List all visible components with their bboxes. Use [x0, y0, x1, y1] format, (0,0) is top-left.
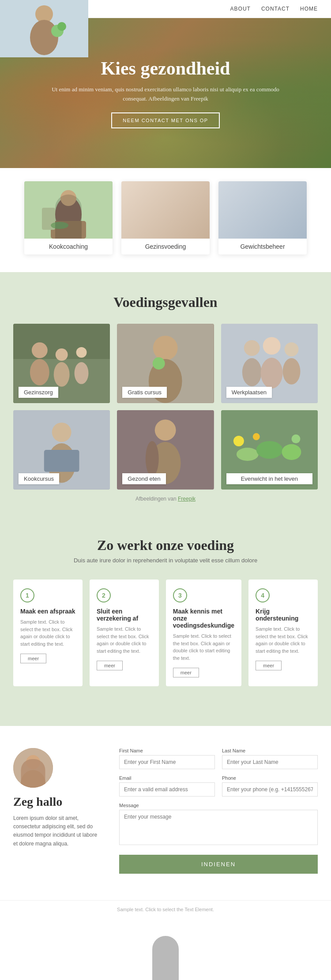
footer-note: Sample text. Click to select the Text El… — [0, 900, 331, 918]
message-group: Message — [119, 803, 318, 845]
svg-point-28 — [153, 336, 178, 360]
svg-rect-3 — [51, 221, 86, 239]
service-image-weight — [218, 181, 307, 239]
how-subtitle: Duis aute irure dolor in reprehenderit i… — [13, 557, 318, 564]
svg-point-55 — [21, 770, 45, 788]
svg-point-47 — [237, 448, 259, 461]
contact-left: Zeg hallo Lorem ipsum dolor sit amet, co… — [13, 748, 102, 874]
email-group: Email — [119, 775, 215, 797]
hero-title: Kies gezondheid — [51, 58, 280, 79]
how-step-3: 3 Maak kennis met onze voedingsdeskundig… — [166, 580, 241, 686]
service-label-weight: Gewichtsbeheer — [218, 239, 307, 254]
svg-rect-0 — [24, 181, 113, 239]
hero-content: Kies gezondheid Ut enim ad minim veniam,… — [51, 58, 280, 128]
case-card-1: Gezinszorg — [13, 324, 110, 403]
last-name-label: Last Name — [222, 748, 318, 753]
how-title: Zo werkt onze voeding — [13, 537, 318, 554]
how-number-2: 2 — [97, 588, 111, 602]
svg-point-30 — [153, 357, 165, 370]
contact-description: Lorem ipsum dolor sit amet, consectetur … — [13, 814, 102, 848]
svg-point-48 — [256, 441, 282, 459]
phone-input[interactable] — [222, 782, 318, 797]
contact-form: First Name Last Name Email Phone Message… — [119, 748, 318, 874]
svg-point-36 — [284, 342, 298, 356]
how-meer-btn-2[interactable]: meer — [97, 661, 123, 670]
svg-point-53 — [13, 748, 53, 788]
freepik-note: Afbeeldingen van Freepik — [13, 496, 318, 502]
service-image-cooking — [24, 181, 113, 239]
how-step-title-4: Krijg ondersteuning — [256, 608, 311, 622]
last-name-group: Last Name — [222, 748, 318, 769]
last-name-input[interactable] — [222, 755, 318, 769]
services-section: Kookcoaching Gezinsvoeding — [0, 168, 331, 272]
how-meer-btn-1[interactable]: meer — [20, 654, 46, 663]
freepik-link[interactable]: Freepik — [178, 496, 196, 502]
case-card-4: Kookcursus — [13, 410, 110, 490]
contact-section: Zeg hallo Lorem ipsum dolor sit amet, co… — [0, 726, 331, 900]
how-step-text-3: Sample text. Click to select the text bo… — [173, 632, 234, 662]
svg-point-32 — [244, 340, 260, 356]
svg-point-43 — [155, 419, 176, 441]
case-card-6: Evenwicht in het leven — [221, 410, 318, 490]
message-label: Message — [119, 803, 318, 808]
svg-point-35 — [260, 358, 282, 389]
first-name-group: First Name — [119, 748, 215, 769]
svg-rect-41 — [44, 450, 79, 472]
case-card-2: Gratis cursus — [117, 324, 214, 403]
case-label-2: Gratis cursus — [122, 387, 167, 398]
how-step-title-1: Maak een afspraak — [20, 608, 75, 615]
how-meer-btn-4[interactable]: meer — [256, 661, 282, 670]
how-number-1: 1 — [20, 588, 34, 602]
svg-point-25 — [76, 347, 87, 358]
message-input[interactable] — [119, 810, 318, 845]
svg-point-2 — [60, 190, 76, 206]
how-step-title-2: Sluit een verzekering af — [97, 608, 152, 622]
how-step-text-1: Sample text. Click to select the text bo… — [20, 618, 75, 647]
hero-description: Ut enim ad minim veniam, quis nostrud ex… — [51, 85, 280, 104]
phone-label: Phone — [222, 775, 318, 781]
case-label-6: Evenwicht in het leven — [226, 473, 312, 484]
first-name-input[interactable] — [119, 755, 215, 769]
service-card-family: Gezinsvoeding — [121, 181, 210, 254]
submit-button[interactable]: INDIENEN — [119, 855, 318, 874]
svg-point-37 — [282, 358, 300, 385]
service-card-cooking: Kookcoaching — [24, 181, 113, 254]
svg-point-52 — [291, 434, 300, 443]
svg-point-49 — [282, 444, 301, 460]
svg-point-26 — [75, 362, 89, 384]
svg-point-51 — [252, 433, 260, 440]
how-meer-btn-3[interactable]: meer — [173, 668, 199, 677]
email-phone-row: Email Phone — [119, 775, 318, 797]
how-step-text-2: Sample text. Click to select the text bo… — [97, 625, 152, 655]
svg-point-34 — [263, 337, 280, 355]
svg-point-45 — [146, 441, 159, 476]
how-step-2: 2 Sluit een verzekering af Sample text. … — [90, 580, 159, 686]
nav-links: ABOUT CONTACT HOME — [230, 6, 318, 12]
cases-title: Voedingsgevallen — [13, 294, 318, 310]
how-number-3: 3 — [173, 588, 187, 602]
nav-home[interactable]: HOME — [300, 6, 318, 12]
case-label-1: Gezinszorg — [19, 387, 58, 398]
svg-point-50 — [233, 436, 244, 446]
name-row: First Name Last Name — [119, 748, 318, 769]
contact-greeting: Zeg hallo — [13, 795, 102, 809]
how-step-title-3: Maak kennis met onze voedingsdeskundige — [173, 608, 234, 629]
svg-point-33 — [242, 358, 262, 386]
svg-point-21 — [32, 342, 48, 358]
first-name-label: First Name — [119, 748, 215, 753]
email-input[interactable] — [119, 782, 215, 797]
phone-group: Phone — [222, 775, 318, 797]
case-label-4: Kookcursus — [19, 473, 59, 484]
how-step-text-4: Sample text. Click to select the text bo… — [256, 625, 311, 655]
svg-point-54 — [26, 755, 40, 769]
svg-point-23 — [56, 348, 68, 361]
nav-contact[interactable]: CONTACT — [261, 6, 290, 12]
how-grid: 1 Maak een afspraak Sample text. Click t… — [13, 580, 318, 686]
service-label-cooking: Kookcoaching — [24, 239, 113, 254]
service-image-family — [121, 181, 210, 239]
nav-about[interactable]: ABOUT — [230, 6, 251, 12]
svg-point-5 — [51, 222, 68, 229]
hero-cta-button[interactable]: NEEM CONTACT MET ONS OP — [111, 112, 219, 128]
service-label-family: Gezinsvoeding — [121, 239, 210, 254]
how-step-4: 4 Krijg ondersteuning Sample text. Click… — [248, 580, 318, 686]
